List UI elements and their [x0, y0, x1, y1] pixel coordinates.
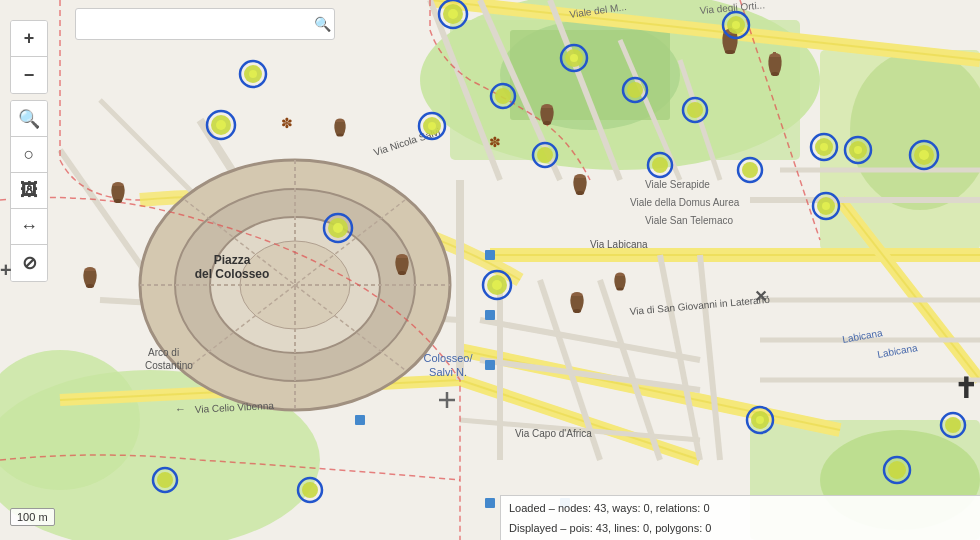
- svg-point-122: [888, 461, 906, 479]
- zoom-out-button[interactable]: −: [11, 57, 47, 93]
- loaded-status: Loaded – nodes: 43, ways: 0, relations: …: [509, 498, 972, 518]
- svg-point-67: [576, 191, 584, 195]
- svg-point-124: [945, 417, 961, 433]
- svg-rect-22: [485, 360, 495, 370]
- svg-point-84: [216, 120, 226, 130]
- svg-point-110: [495, 88, 511, 104]
- svg-rect-24: [485, 498, 495, 508]
- svg-point-114: [687, 102, 703, 118]
- svg-point-126: [302, 482, 318, 498]
- zoom-in-button[interactable]: +: [11, 21, 47, 57]
- svg-text:Viale Serapide: Viale Serapide: [645, 179, 710, 190]
- scale-label: 100 m: [17, 511, 48, 523]
- svg-text:✽: ✽: [281, 115, 293, 131]
- svg-point-128: [157, 472, 173, 488]
- svg-text:←: ←: [175, 403, 186, 415]
- arrow-tool-button[interactable]: ↔: [11, 209, 47, 245]
- svg-point-72: [448, 9, 458, 19]
- svg-text:Via Labicana: Via Labicana: [590, 239, 648, 250]
- svg-point-61: [86, 284, 94, 288]
- svg-point-120: [742, 162, 758, 178]
- toolbar: + − 🔍 ○ 🖼 ↔ ⊘: [10, 20, 48, 286]
- svg-point-53: [725, 50, 735, 54]
- search-button[interactable]: 🔍: [314, 16, 331, 32]
- search-input[interactable]: [75, 8, 335, 40]
- svg-point-96: [820, 143, 828, 151]
- status-bar: Loaded – nodes: 43, ways: 0, relations: …: [500, 495, 980, 540]
- map-container: ✕ ✝ Viale del M... Via degli Orti... Via…: [0, 0, 980, 540]
- zoom-controls: + −: [10, 20, 48, 94]
- svg-text:Salvi N.: Salvi N.: [429, 366, 467, 378]
- svg-point-59: [114, 199, 122, 203]
- svg-point-132: [617, 288, 624, 291]
- scale-bar: 100 m: [10, 508, 55, 526]
- svg-rect-20: [485, 250, 495, 260]
- svg-text:✽: ✽: [489, 134, 501, 150]
- svg-point-93: [492, 280, 502, 290]
- svg-point-69: [573, 309, 581, 313]
- cancel-tool-button[interactable]: ⊘: [11, 245, 47, 281]
- svg-point-102: [919, 150, 929, 160]
- svg-point-90: [333, 223, 343, 233]
- svg-text:Colosseo/: Colosseo/: [424, 352, 474, 364]
- svg-point-99: [854, 146, 862, 154]
- svg-point-116: [537, 147, 553, 163]
- svg-point-112: [627, 82, 643, 98]
- svg-point-81: [249, 70, 257, 78]
- map-tools: 🔍 ○ 🖼 ↔ ⊘: [10, 100, 48, 282]
- svg-rect-23: [355, 415, 365, 425]
- circle-tool-button[interactable]: ○: [11, 137, 47, 173]
- svg-point-75: [570, 54, 578, 62]
- svg-text:✝: ✝: [954, 373, 977, 404]
- svg-text:Piazza: Piazza: [214, 253, 251, 267]
- cross-icon: +: [0, 260, 12, 280]
- svg-point-78: [732, 21, 740, 29]
- svg-point-63: [398, 271, 406, 275]
- svg-point-118: [652, 157, 668, 173]
- svg-text:Arco di: Arco di: [148, 347, 179, 358]
- search-box: 🔍: [75, 8, 335, 40]
- svg-point-108: [756, 416, 764, 424]
- svg-rect-57: [773, 52, 776, 56]
- svg-text:Via Capo d'Africa: Via Capo d'Africa: [515, 428, 592, 439]
- svg-text:Viale San Telemaco: Viale San Telemaco: [645, 215, 733, 226]
- search-tool-button[interactable]: 🔍: [11, 101, 47, 137]
- displayed-status: Displayed – pois: 43, lines: 0, polygons…: [509, 518, 972, 538]
- svg-point-65: [543, 121, 551, 125]
- svg-point-87: [428, 122, 436, 130]
- svg-point-105: [822, 202, 830, 210]
- svg-text:→: →: [760, 290, 771, 302]
- svg-point-130: [337, 134, 344, 137]
- svg-text:Viale della Domus Aurea: Viale della Domus Aurea: [630, 197, 740, 208]
- svg-text:Costantino: Costantino: [145, 360, 193, 371]
- svg-point-56: [771, 72, 779, 76]
- map-svg: ✕ ✝ Viale del M... Via degli Orti... Via…: [0, 0, 980, 540]
- layers-button[interactable]: 🖼: [11, 173, 47, 209]
- svg-rect-21: [485, 310, 495, 320]
- svg-text:del Colosseo: del Colosseo: [195, 267, 270, 281]
